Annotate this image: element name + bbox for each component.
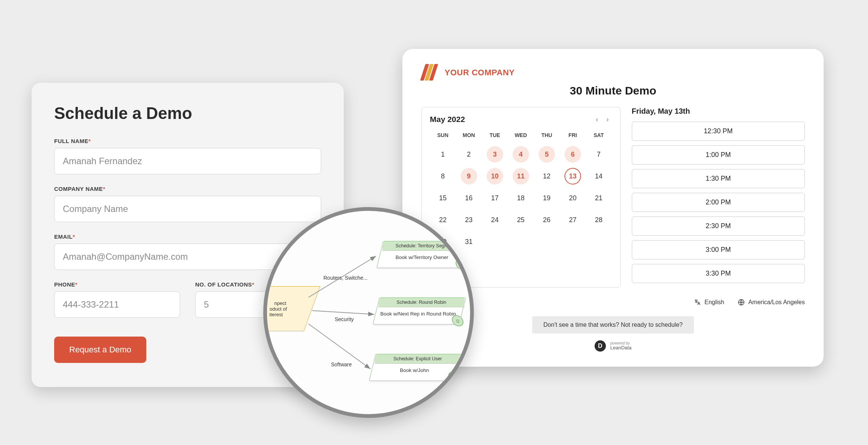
calendar-day: 12 [534,165,560,187]
form-title: Schedule a Demo [54,104,321,123]
time-slot-button[interactable]: 1:30 PM [632,169,805,188]
globe-icon [737,298,745,306]
calendar-day [482,231,508,253]
route-node-explicit: Schedule: Explicit User Book w/John ☺ [369,354,462,381]
calendar-day[interactable]: 13 [560,165,586,187]
calendar-day: 28 [586,209,612,231]
calendar-day[interactable]: 9 [456,165,482,187]
calendar-day: 15 [430,187,456,209]
calendar-day [534,231,560,253]
language-icon [693,298,701,306]
company-name-label: YOUR COMPANY [445,68,515,78]
booking-header: YOUR COMPANY [421,64,805,81]
calendar-day: 25 [508,209,534,231]
calendar-day[interactable]: 5 [534,143,560,165]
meeting-type-title: 30 Minute Demo [421,84,805,97]
company-logo-icon [421,64,439,81]
calendar-day[interactable]: 10 [482,165,508,187]
calendar-day: 1 [430,143,456,165]
booking-footer: eek View English America/Los Angel [421,298,805,306]
weekday-label: SAT [586,129,612,143]
calendar-day[interactable]: 11 [508,165,534,187]
branch-label: Software [331,361,352,367]
full-name-input[interactable] [54,148,321,174]
weekday-label: SUN [430,129,456,143]
phone-label: PHONE* [54,281,180,288]
calendar-day: 26 [534,209,560,231]
weekday-label: MON [456,129,482,143]
time-slot-button[interactable]: 2:30 PM [632,216,805,236]
calendar-day: 19 [534,187,560,209]
calendar-day: 23 [456,209,482,231]
leandata-logo-icon: D [595,340,606,352]
time-slot-button[interactable]: 12:30 PM [632,122,805,141]
time-slot-button[interactable]: 3:30 PM [632,264,805,283]
weekday-label: TUE [482,129,508,143]
people-icon: ☺ [447,372,461,383]
dates-grid: 1234567891011121314151617181920212223242… [430,143,612,253]
chevron-right-icon: › [607,116,609,123]
calendar-day: 2 [456,143,482,165]
calendar-day [560,231,586,253]
calendar-day: 16 [456,187,482,209]
email-label: EMAIL* [54,233,321,240]
weekday-label: THU [534,129,560,143]
route-node-header: Schedule: Explicit User [375,354,461,364]
calendar-day: 7 [586,143,612,165]
calendar-day: 18 [508,187,534,209]
calendar-day: 20 [560,187,586,209]
calendar-day: 8 [430,165,456,187]
weekday-label: WED [508,129,534,143]
route-node-roundrobin: Schedule: Round Robin Book w/Next Rep in… [373,297,466,325]
field-phone: PHONE* [54,281,180,318]
phone-input[interactable] [54,291,180,318]
field-full-name: FULL NAME* [54,138,321,174]
timezone-label: America/Los Angeles [748,299,805,306]
calendar-day: 21 [586,187,612,209]
calendar-day[interactable]: 6 [560,143,586,165]
calendar-day: 17 [482,187,508,209]
field-company: COMPANY NAME* [54,186,321,222]
calendar-day: 27 [560,209,586,231]
next-month-button[interactable]: › [604,115,612,123]
weekday-label: FRI [560,129,586,143]
calendar-day: 31 [456,231,482,253]
no-time-works-button[interactable]: Don't see a time that works? Not ready t… [532,316,694,334]
language-selector[interactable]: English [693,298,724,306]
month-label: May 2022 [430,115,465,124]
calendar-day[interactable]: 4 [508,143,534,165]
time-slot-button[interactable]: 2:00 PM [632,193,805,212]
routing-diagram: npect oduct of iterest Routers, Switche.… [263,207,474,418]
route-node-body: Book w/Next Rep in Round Robin [380,311,456,317]
chevron-left-icon: ‹ [596,116,598,123]
time-slot-button[interactable]: 1:00 PM [632,145,805,165]
calendar-day[interactable]: 3 [482,143,508,165]
weekday-header-row: SUNMONTUEWEDTHUFRISAT [430,129,612,143]
selected-day-label: Friday, May 13th [632,107,805,116]
company-input[interactable] [54,196,321,222]
calendar-day: 14 [586,165,612,187]
route-node-body: Book w/Territory Owner [396,255,448,260]
powered-by: D powered by LeanData [421,340,805,352]
route-node-body: Book w/John [400,367,429,373]
prev-month-button[interactable]: ‹ [593,115,601,123]
powered-by-brand: LeanData [610,345,631,351]
time-slot-button[interactable]: 3:00 PM [632,240,805,259]
calendar-day: 22 [430,209,456,231]
branch-label: Security [335,316,354,322]
request-demo-button[interactable]: Request a Demo [54,337,146,363]
branch-label: Routers, Switche... [323,275,368,281]
route-node-header: Schedule: Round Robin [379,298,464,307]
calendar-day: 24 [482,209,508,231]
time-slots-panel: Friday, May 13th 12:30 PM1:00 PM1:30 PM2… [632,107,805,288]
company-label: COMPANY NAME* [54,186,321,192]
timezone-selector[interactable]: America/Los Angeles [737,298,805,306]
calendar-day [586,231,612,253]
language-label: English [704,299,724,306]
full-name-label: FULL NAME* [54,138,321,144]
calendar-day [508,231,534,253]
